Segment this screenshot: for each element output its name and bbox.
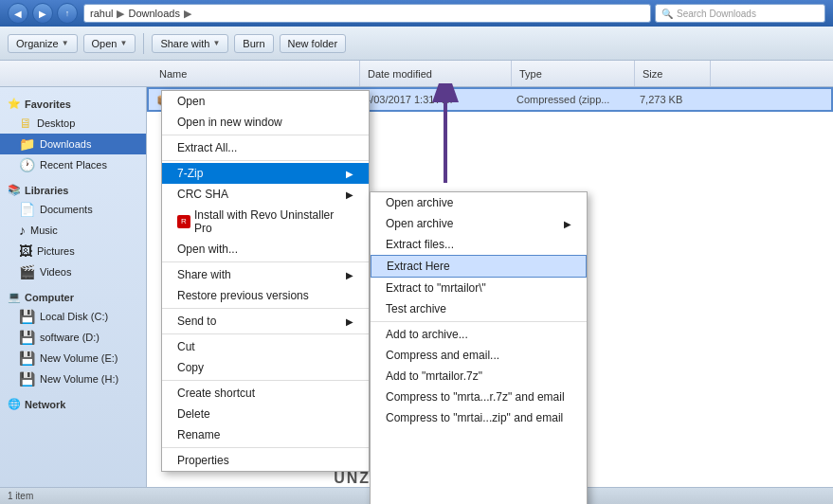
- sidebar-item-e[interactable]: 💾 New Volume (E:): [0, 348, 146, 369]
- back-button[interactable]: ◀: [8, 3, 28, 24]
- ctx-revo[interactable]: R Install with Revo Uninstaller Pro: [162, 205, 369, 239]
- open-button[interactable]: Open ▼: [83, 34, 136, 53]
- network-section: 🌐 Network: [0, 395, 146, 413]
- context-menu: Open Open in new window Extract All... 7…: [161, 90, 370, 472]
- search-box[interactable]: 🔍 Search Downloads: [655, 4, 825, 23]
- share-button[interactable]: Share with ▼: [152, 34, 228, 53]
- sub-test-archive[interactable]: Test archive: [371, 298, 587, 319]
- sub-add-7z-label: Add to "mrtailor.7z": [386, 369, 482, 383]
- ctx-crc-sha[interactable]: CRC SHA ▶: [162, 184, 369, 205]
- pictures-icon: 🖼: [19, 243, 32, 259]
- breadcrumb[interactable]: rahul ▶ Downloads ▶: [83, 4, 651, 23]
- ctx-restore-label: Restore previous versions: [177, 289, 309, 302]
- ctx-restore[interactable]: Restore previous versions: [162, 285, 369, 306]
- sub-open-archive-1[interactable]: Open archive: [371, 192, 587, 213]
- sub-add-archive[interactable]: Add to archive...: [371, 324, 587, 345]
- d-drive-icon: 💾: [19, 330, 35, 345]
- toolbar-divider-1: [143, 33, 144, 54]
- sub-divider-1: [371, 321, 587, 322]
- toolbar: Organize ▼ Open ▼ Share with ▼ Burn New …: [0, 27, 833, 61]
- sub-compress-email[interactable]: Compress and email...: [371, 345, 587, 366]
- ctx-send-label: Send to: [177, 315, 216, 328]
- col-name[interactable]: Name: [152, 61, 360, 86]
- sub-add-7z[interactable]: Add to "mrtailor.7z": [371, 366, 587, 387]
- burn-label: Burn: [243, 38, 264, 49]
- ctx-copy[interactable]: Copy: [162, 357, 369, 378]
- up-button[interactable]: ↑: [57, 3, 78, 24]
- c-drive-label: Local Disk (C:): [40, 311, 108, 322]
- sub-compress-7z-email[interactable]: Compress to "mrta...r.7z" and email: [371, 387, 587, 407]
- network-header[interactable]: 🌐 Network: [0, 395, 146, 413]
- ctx-delete-label: Delete: [177, 407, 210, 421]
- sidebar-item-downloads[interactable]: 📁 Downloads: [0, 134, 146, 154]
- context-menu-area: Open Open in new window Extract All... 7…: [161, 90, 588, 472]
- breadcrumb-part-1: rahul: [90, 8, 113, 19]
- ctx-rename[interactable]: Rename: [162, 424, 369, 445]
- ctx-copy-label: Copy: [177, 361, 204, 374]
- desktop-icon: 🖥: [19, 116, 32, 131]
- ctx-extract-all[interactable]: Extract All...: [162, 137, 369, 158]
- sidebar-item-c[interactable]: 💾 Local Disk (C:): [0, 306, 146, 327]
- sidebar-item-desktop[interactable]: 🖥 Desktop: [0, 113, 146, 134]
- sidebar-item-d[interactable]: 💾 software (D:): [0, 327, 146, 348]
- ctx-divider-2: [162, 160, 369, 161]
- pictures-label: Pictures: [37, 245, 75, 257]
- sidebar-item-music[interactable]: ♪ Music: [0, 220, 146, 241]
- downloads-icon: 📁: [19, 136, 35, 152]
- ctx-divider-1: [162, 135, 369, 135]
- new-folder-button[interactable]: New folder: [280, 34, 347, 53]
- ctx-open-with[interactable]: Open with...: [162, 239, 369, 260]
- sub-extract-files[interactable]: Extract files...: [371, 234, 587, 255]
- ctx-send-to[interactable]: Send to ▶: [162, 311, 369, 332]
- ctx-cut[interactable]: Cut: [162, 336, 369, 357]
- sidebar-item-videos[interactable]: 🎬 Videos: [0, 261, 146, 282]
- column-headers: Name Date modified Type Size: [0, 61, 833, 87]
- favorites-label: Favorites: [25, 99, 71, 110]
- sub-compress-zip-email[interactable]: Compress to "mrtai...zip" and email: [371, 407, 587, 428]
- ctx-7zip-arrow: ▶: [346, 169, 353, 179]
- ctx-rename-label: Rename: [177, 428, 220, 441]
- ctx-revo-inner: R Install with Revo Uninstaller Pro: [177, 208, 353, 235]
- libraries-label: Libraries: [25, 185, 68, 196]
- ctx-properties[interactable]: Properties: [162, 450, 369, 471]
- ctx-7zip[interactable]: 7-Zip ▶: [162, 163, 369, 184]
- documents-icon: 📄: [19, 202, 35, 217]
- computer-header[interactable]: 💻 Computer: [0, 288, 146, 306]
- organize-button[interactable]: Organize ▼: [8, 34, 78, 53]
- ctx-open-with-label: Open with...: [177, 243, 238, 256]
- forward-button[interactable]: ▶: [32, 3, 53, 24]
- ctx-divider-3: [162, 261, 369, 262]
- sub-extract-here[interactable]: Extract Here: [371, 255, 587, 278]
- ctx-divider-5: [162, 333, 369, 334]
- libraries-header[interactable]: 📚 Libraries: [0, 181, 146, 199]
- documents-label: Documents: [40, 204, 93, 215]
- col-size[interactable]: Size: [635, 61, 711, 86]
- favorites-section: ⭐ Favorites 🖥 Desktop 📁 Downloads 🕐 Rece…: [0, 95, 146, 175]
- sidebar-item-h[interactable]: 💾 New Volume (H:): [0, 369, 146, 389]
- col-type[interactable]: Type: [512, 61, 635, 86]
- sub-open-archive-2[interactable]: Open archive ▶: [371, 213, 587, 234]
- title-bar: ◀ ▶ ↑ rahul ▶ Downloads ▶ 🔍 Search Downl…: [0, 0, 833, 27]
- ctx-share[interactable]: Share with ▶: [162, 264, 369, 285]
- submenu-7zip: Open archive Open archive ▶ Extract file…: [370, 191, 588, 504]
- col-date[interactable]: Date modified: [360, 61, 512, 86]
- file-size-cell: 7,273 KB: [640, 94, 682, 105]
- network-label: Network: [25, 399, 65, 410]
- music-icon: ♪: [19, 223, 26, 238]
- ctx-open-new-window[interactable]: Open in new window: [162, 112, 369, 133]
- open-label: Open: [92, 38, 118, 49]
- favorites-header[interactable]: ⭐ Favorites: [0, 95, 146, 113]
- sidebar-item-pictures[interactable]: 🖼 Pictures: [0, 241, 146, 261]
- sub-extract-to[interactable]: Extract to "mrtailor\": [371, 278, 587, 298]
- libraries-icon: 📚: [8, 184, 21, 196]
- sub-open-archive-2-arrow: ▶: [564, 219, 571, 229]
- sub-compress-zip-email-label: Compress to "mrtai...zip" and email: [386, 411, 563, 424]
- ctx-create-shortcut[interactable]: Create shortcut: [162, 383, 369, 404]
- burn-button[interactable]: Burn: [234, 34, 273, 53]
- ctx-delete[interactable]: Delete: [162, 404, 369, 424]
- sub-compress-7z-email-label: Compress to "mrta...r.7z" and email: [386, 390, 565, 404]
- ctx-open[interactable]: Open: [162, 91, 369, 112]
- sidebar-item-documents[interactable]: 📄 Documents: [0, 199, 146, 220]
- sidebar-item-recent[interactable]: 🕐 Recent Places: [0, 154, 146, 175]
- recent-icon: 🕐: [19, 157, 35, 172]
